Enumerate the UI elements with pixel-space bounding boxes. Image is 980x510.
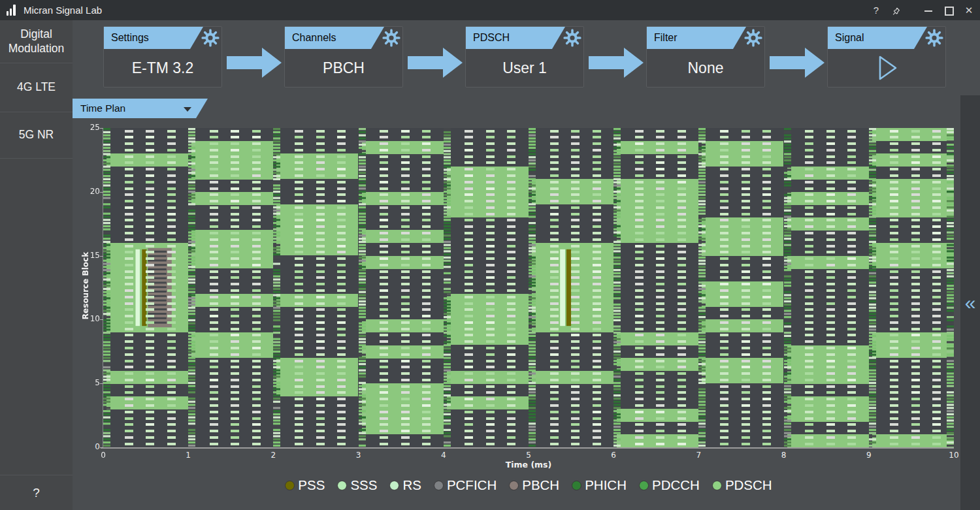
workflow-value-channels: PBCH: [285, 49, 402, 87]
sidebar-item-5g-nr[interactable]: 5G NR: [0, 112, 73, 159]
legend-item-pcfich: PCFICH: [434, 477, 497, 493]
legend-dot-pdsch: [712, 481, 722, 490]
sidebar-item-4g-lte[interactable]: 4G LTE: [0, 63, 73, 112]
workflow-card-channels[interactable]: Channels PBCH: [284, 26, 403, 88]
dropdown-caret-icon: [184, 107, 191, 112]
legend-dot-phich: [572, 481, 581, 490]
x-tick-label: 3: [350, 451, 367, 460]
legend-item-pbch: PBCH: [509, 477, 559, 493]
sidebar-help-button[interactable]: ?: [0, 475, 73, 510]
flow-arrow-right-icon: [770, 48, 825, 78]
flow-arrow-right-icon: [408, 48, 463, 78]
titlebar: Micran Signal Lab ? ✕: [0, 0, 980, 20]
workflow-card-settings[interactable]: Settings E-TM 3.2: [103, 26, 222, 88]
y-axis-line: [103, 128, 103, 448]
legend-item-sss: SSS: [337, 477, 377, 493]
legend-label: PHICH: [585, 477, 627, 493]
legend-label: RS: [402, 477, 421, 493]
minimize-button[interactable]: [920, 0, 937, 20]
y-tick-mark: [100, 319, 103, 320]
sidebar-item-label: 4G LTE: [14, 80, 58, 95]
legend-item-phich: PHICH: [572, 477, 627, 493]
y-tick-label: 0: [78, 442, 100, 451]
legend-dot-pdcch: [639, 481, 649, 490]
x-tick-label: 6: [605, 451, 622, 460]
main-content: Settings E-TM 3.2Channels PBCHPDSCH User…: [73, 20, 980, 510]
arrow-body: [770, 56, 805, 69]
legend-dot-pcfich: [434, 481, 444, 490]
sidebar-item-digital-modulation[interactable]: Digital Modulation: [0, 20, 73, 63]
workflow-card-signal[interactable]: Signal: [827, 26, 946, 88]
workflow-tab-signal[interactable]: Signal: [828, 27, 927, 49]
legend-label: PCFICH: [447, 477, 497, 493]
workflow-value-filter: None: [647, 49, 764, 87]
x-axis-line: [101, 447, 954, 449]
gear-icon[interactable]: [925, 29, 943, 47]
close-button[interactable]: ✕: [960, 0, 977, 20]
legend-dot-sss: [337, 481, 347, 490]
x-tick-label: 9: [860, 451, 877, 460]
resource-grid-plot[interactable]: [103, 128, 954, 447]
legend-label: PBCH: [522, 477, 559, 493]
maximize-button[interactable]: [941, 0, 958, 20]
legend-dot-rs: [389, 481, 399, 490]
workflow-card-filter[interactable]: Filter None: [646, 26, 765, 88]
flow-arrow-right-icon: [589, 48, 644, 78]
legend-label: PDSCH: [725, 477, 772, 493]
app-window: Micran Signal Lab ? ✕ Digital Modulation…: [0, 0, 980, 510]
sidebar: Digital Modulation4G LTE5G NR ?: [0, 20, 73, 510]
y-axis-title: Resource Block: [81, 247, 91, 325]
x-tick-label: 0: [95, 451, 112, 460]
collapsed-right-panel: «: [960, 95, 980, 510]
collapse-left-icon[interactable]: «: [960, 290, 980, 316]
window-title: Micran Signal Lab: [24, 0, 102, 20]
x-tick-label: 1: [180, 451, 197, 460]
workflow-tab-filter[interactable]: Filter: [647, 27, 746, 49]
x-tick-label: 2: [265, 451, 282, 460]
y-tick-mark: [100, 256, 103, 257]
gear-icon[interactable]: [563, 29, 581, 47]
x-tick-label: 5: [520, 451, 537, 460]
legend-item-pdsch: PDSCH: [712, 477, 772, 493]
sidebar-item-label: Digital Modulation: [0, 27, 73, 56]
legend-dot-pss: [285, 481, 295, 490]
y-tick-label: 20: [78, 187, 100, 196]
x-tick-label: 4: [435, 451, 452, 460]
gear-icon[interactable]: [744, 29, 762, 47]
legend-label: PDCCH: [652, 477, 700, 493]
arrow-head: [262, 48, 282, 78]
arrow-head: [443, 48, 463, 78]
play-icon[interactable]: [828, 49, 945, 87]
arrow-body: [227, 56, 262, 69]
arrow-head: [624, 48, 644, 78]
workflow-card-pdsch[interactable]: PDSCH User 1: [465, 26, 584, 88]
sidebar-item-label: 5G NR: [16, 128, 56, 142]
help-button[interactable]: ?: [868, 0, 885, 20]
arrow-body: [589, 56, 624, 69]
legend-item-pdcch: PDCCH: [639, 477, 700, 493]
legend-item-rs: RS: [389, 477, 421, 493]
y-tick-mark: [100, 128, 103, 129]
signal-bars-icon: [7, 5, 20, 16]
flow-arrow-right-icon: [227, 48, 282, 78]
workflow-value-pdsch: User 1: [466, 49, 583, 87]
y-tick-mark: [100, 192, 103, 193]
legend-dot-pbch: [509, 481, 519, 490]
x-tick-label: 7: [690, 451, 707, 460]
arrow-head: [805, 48, 825, 78]
x-axis-title: Time (ms): [103, 460, 954, 470]
workflow-tab-settings[interactable]: Settings: [104, 27, 203, 49]
workflow-tab-channels[interactable]: Channels: [285, 27, 384, 49]
x-tick-label: 8: [776, 451, 792, 460]
chart-legend: PSSSSSRSPCFICHPBCHPHICHPDCCHPDSCH: [103, 477, 954, 493]
y-tick-label: 5: [78, 378, 100, 387]
legend-label: PSS: [298, 477, 325, 493]
legend-item-pss: PSS: [285, 477, 325, 493]
y-tick-mark: [100, 447, 103, 448]
gear-icon[interactable]: [382, 29, 400, 47]
gear-icon[interactable]: [201, 29, 220, 47]
workflow-tab-pdsch[interactable]: PDSCH: [466, 27, 565, 49]
y-tick-label: 25: [78, 123, 100, 132]
pushpin-icon[interactable]: [888, 0, 905, 20]
view-selector-dropdown[interactable]: Time Plan: [73, 99, 208, 118]
